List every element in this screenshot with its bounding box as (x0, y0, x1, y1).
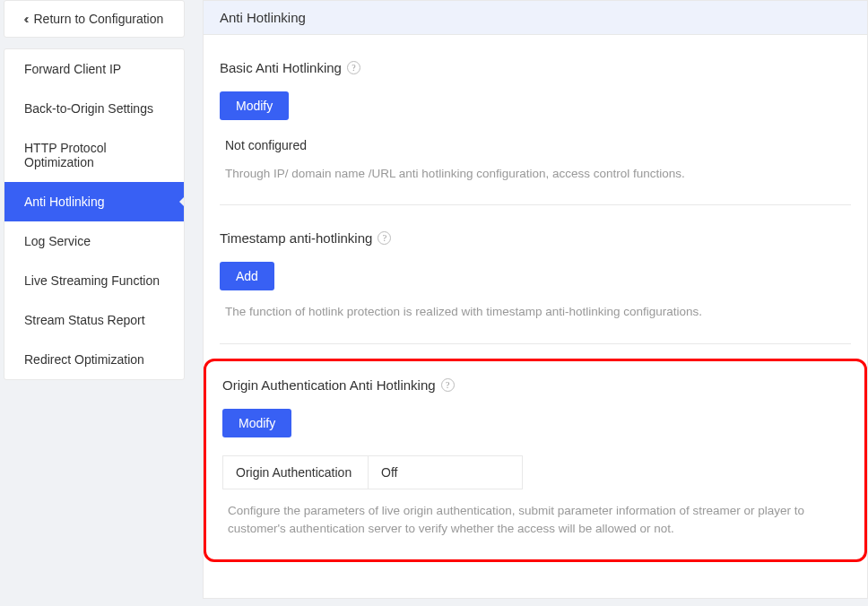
description-origin: Configure the parameters of live origin … (228, 502, 848, 539)
sidebar-item-back-to-origin[interactable]: Back-to-Origin Settings (4, 89, 184, 128)
description-timestamp: The function of hotlink protection is re… (225, 303, 851, 321)
sidebar-item-redirect-optimization[interactable]: Redirect Optimization (4, 340, 184, 379)
return-to-configuration[interactable]: ‹‹ Return to Configuration (4, 0, 185, 38)
origin-config-table: Origin Authentication Off (222, 455, 523, 489)
divider (220, 343, 851, 344)
sidebar-item-forward-client-ip[interactable]: Forward Client IP (4, 49, 184, 89)
sidebar-item-live-streaming[interactable]: Live Streaming Function (4, 261, 184, 300)
description-basic: Through IP/ domain name /URL anti hotlin… (225, 165, 851, 183)
section-title-basic: Basic Anti Hotlinking (220, 60, 342, 75)
sidebar-nav: Forward Client IP Back-to-Origin Setting… (4, 48, 185, 380)
section-origin-authentication: Origin Authentication Anti Hotlinking ? … (222, 361, 848, 539)
highlighted-section: Origin Authentication Anti Hotlinking ? … (204, 359, 867, 563)
section-basic-anti-hotlinking: Basic Anti Hotlinking ? Modify Not confi… (220, 35, 851, 205)
table-label-origin-auth: Origin Authentication (223, 455, 369, 489)
sidebar-item-http-protocol-optimization[interactable]: HTTP Protocol Optimization (4, 128, 184, 182)
modify-button-basic[interactable]: Modify (220, 91, 289, 120)
return-label: Return to Configuration (34, 12, 164, 26)
sidebar-item-log-service[interactable]: Log Service (4, 221, 184, 261)
sidebar-item-anti-hotlinking[interactable]: Anti Hotlinking (4, 182, 184, 221)
help-icon[interactable]: ? (441, 378, 455, 392)
section-timestamp-anti-hotlinking: Timestamp anti-hotlinking ? Add The func… (220, 205, 851, 343)
table-row: Origin Authentication Off (223, 455, 523, 489)
footer-buttons: Save Draft Next » Cancel (203, 599, 868, 606)
panel-header: Anti Hotlinking (204, 1, 867, 35)
section-title-origin: Origin Authentication Anti Hotlinking (222, 377, 436, 393)
add-button-timestamp[interactable]: Add (220, 262, 274, 290)
help-icon[interactable]: ? (347, 61, 360, 74)
sidebar-item-stream-status-report[interactable]: Stream Status Report (4, 300, 184, 340)
table-value-origin-auth: Off (369, 455, 523, 489)
help-icon[interactable]: ? (378, 231, 391, 245)
status-basic: Not configured (225, 138, 851, 152)
modify-button-origin[interactable]: Modify (222, 409, 291, 437)
section-title-timestamp: Timestamp anti-hotlinking (220, 230, 372, 246)
